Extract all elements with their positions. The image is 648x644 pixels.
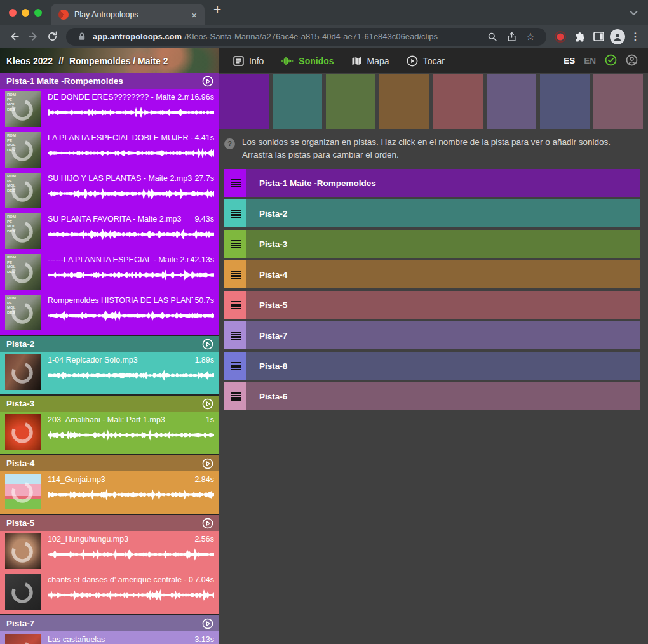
- drag-handle-icon: [231, 301, 241, 309]
- back-button[interactable]: [5, 28, 23, 46]
- sidebar-track-section-pista-4: Pista-4114_Gunjai.mp32.84s: [0, 455, 219, 514]
- track-header[interactable]: Pista-1 Maite -Rompemoldes: [0, 73, 219, 89]
- drag-handle[interactable]: [224, 230, 246, 258]
- account-icon[interactable]: [626, 54, 638, 68]
- clip-item[interactable]: 203_Amalihani - Mali: Part 1.mp31s: [0, 412, 219, 452]
- minimize-window-button[interactable]: [22, 9, 29, 17]
- nav-mapa-label: Mapa: [367, 56, 389, 66]
- play-track-button[interactable]: [202, 458, 213, 469]
- clip-title-row: 114_Gunjai.mp32.84s: [48, 475, 214, 484]
- clip-item[interactable]: ROM PE MOL DESRompemoldes HISTORIA DE LA…: [0, 292, 219, 333]
- clip-duration: 16.96s: [189, 93, 214, 102]
- side-panel-icon[interactable]: [590, 28, 607, 46]
- clip-item[interactable]: ROM PE MOL DESDE DONDE ERES???????? - Ma…: [0, 89, 219, 130]
- clip-thumbnail: [5, 354, 41, 390]
- clip-item[interactable]: 102_Hunguhungu.mp32.56s: [0, 531, 219, 572]
- clip-title-row: SU PLANTA FAVORITA - Maite 2.mp39.43s: [48, 215, 214, 224]
- close-window-button[interactable]: [9, 9, 17, 17]
- track-header-label: Pista-1 Maite -Rompemoldes: [6, 76, 123, 86]
- extensions-puzzle-icon[interactable]: [570, 28, 588, 46]
- track-clip-list: 114_Gunjai.mp32.84s: [0, 471, 219, 514]
- help-message: ? Los sonidos se organizan en pistas. Ha…: [224, 136, 639, 161]
- play-track-button[interactable]: [202, 398, 213, 410]
- drag-handle[interactable]: [224, 260, 246, 288]
- play-track-button[interactable]: [202, 518, 213, 529]
- lang-en-button[interactable]: EN: [584, 56, 596, 65]
- track-header[interactable]: Pista-4: [0, 455, 219, 471]
- track-row-pista-4[interactable]: Pista-4: [224, 260, 640, 288]
- nav-sonidos[interactable]: Sonidos: [281, 56, 334, 66]
- forward-button[interactable]: [24, 28, 42, 46]
- zoom-page-icon[interactable]: [484, 29, 501, 45]
- drag-handle[interactable]: [224, 199, 246, 227]
- new-tab-button[interactable]: +: [213, 2, 221, 21]
- sidebar-track-section-pista-7: Pista-7Las castañuelas3.13s: [0, 615, 219, 644]
- clip-item[interactable]: ROM PE MOL DESLA PLANTA ESPECIAL DOBLE M…: [0, 130, 219, 170]
- clip-item[interactable]: 114_Gunjai.mp32.84s: [0, 471, 219, 512]
- track-header[interactable]: Pista-5: [0, 515, 219, 531]
- drag-handle-icon: [231, 392, 241, 401]
- clip-body: Las castañuelas3.13s: [48, 634, 214, 644]
- track-color-swatch-pista-6: [593, 74, 643, 129]
- clip-duration: 42.13s: [189, 255, 214, 264]
- record-extension-icon[interactable]: [551, 28, 569, 46]
- clip-item[interactable]: Las castañuelas3.13s: [0, 631, 219, 644]
- track-row-pista-7[interactable]: Pista-7: [224, 321, 640, 349]
- clip-title-row: ------LA PLANNTA ESPECIAL - Maite 2.mp34…: [48, 255, 214, 264]
- breadcrumb-project[interactable]: Kleos 2022: [6, 56, 53, 66]
- reload-button[interactable]: [43, 28, 61, 46]
- bookmark-star-icon[interactable]: ☆: [522, 29, 539, 45]
- clip-thumbnail: ROM PE MOL DES: [5, 132, 41, 168]
- drag-handle[interactable]: [224, 382, 246, 410]
- track-row-pista-3[interactable]: Pista-3: [224, 230, 640, 258]
- app-nav: Info Sonidos Mapa Tocar ES EN: [219, 48, 648, 73]
- address-bar[interactable]: app.antropoloops.com/Kleos-Santa-Marina/…: [66, 28, 546, 46]
- drag-handle[interactable]: [224, 352, 246, 380]
- track-row-pista-2[interactable]: Pista-2: [224, 199, 640, 227]
- thumbnail-caption: ROM PE MOL DES: [7, 93, 16, 112]
- clip-thumbnail: ROM PE MOL DES: [5, 254, 41, 290]
- clip-title-row: 1-04 Repicador Solo.mp31.89s: [48, 356, 214, 365]
- profile-avatar[interactable]: [609, 28, 626, 46]
- tab-close-icon[interactable]: ×: [190, 10, 198, 20]
- drag-handle-icon: [231, 362, 241, 370]
- drag-handle[interactable]: [224, 291, 246, 319]
- browser-tab[interactable]: Play Antropoloops ×: [51, 4, 205, 25]
- nav-tocar-label: Tocar: [423, 56, 445, 66]
- play-track-button[interactable]: [202, 76, 213, 87]
- track-row-pista-1[interactable]: Pista-1 Maite -Rompemoldes: [224, 169, 640, 197]
- drag-handle[interactable]: [224, 321, 246, 349]
- clip-waveform: [48, 228, 214, 241]
- clip-title-row: Rompemoldes HISTORIA DE LAS PLANTAS...50…: [48, 296, 214, 305]
- track-row-pista-8[interactable]: Pista-8: [224, 352, 640, 380]
- browser-window: Play Antropoloops × + app.antropoloops.c…: [0, 0, 648, 644]
- lock-icon[interactable]: [74, 29, 90, 45]
- track-header[interactable]: Pista-2: [0, 336, 219, 352]
- track-color-swatch-pista-7: [487, 74, 536, 129]
- track-row-pista-6[interactable]: Pista-6: [224, 382, 640, 410]
- nav-info[interactable]: Info: [233, 56, 264, 66]
- clip-item[interactable]: 1-04 Repicador Solo.mp31.89s: [0, 352, 219, 392]
- clip-name: 1-04 Repicador Solo.mp3: [48, 356, 193, 365]
- clip-item[interactable]: ROM PE MOL DES------LA PLANNTA ESPECIAL …: [0, 252, 219, 292]
- track-header[interactable]: Pista-3: [0, 396, 219, 412]
- saved-check-icon[interactable]: [605, 54, 617, 68]
- track-header[interactable]: Pista-7: [0, 615, 219, 631]
- play-track-button[interactable]: [202, 339, 213, 350]
- lang-es-button[interactable]: ES: [564, 56, 575, 65]
- clip-item[interactable]: ROM PE MOL DESSU PLANTA FAVORITA - Maite…: [0, 211, 219, 252]
- tab-search-chevron-icon[interactable]: [630, 7, 638, 18]
- main-panel: ? Los sonidos se organizan en pistas. Ha…: [219, 73, 648, 644]
- zoom-window-button[interactable]: [34, 9, 42, 17]
- track-row-pista-5[interactable]: Pista-5: [224, 291, 640, 319]
- nav-tocar[interactable]: Tocar: [407, 55, 445, 67]
- play-track-button[interactable]: [202, 618, 213, 629]
- clip-item[interactable]: ROM PE MOL DESSU HIJO Y LAS PLANTAS - Ma…: [0, 170, 219, 211]
- browser-menu-icon[interactable]: ⋮: [628, 30, 643, 43]
- clip-thumbnail: ROM PE MOL DES: [5, 91, 41, 127]
- clip-item[interactable]: chants et danses d' amerique centrale - …: [0, 572, 219, 612]
- nav-mapa[interactable]: Mapa: [351, 56, 389, 66]
- share-icon[interactable]: [503, 29, 520, 45]
- track-row-label: Pista-1 Maite -Rompemoldes: [246, 169, 640, 197]
- drag-handle[interactable]: [224, 169, 246, 197]
